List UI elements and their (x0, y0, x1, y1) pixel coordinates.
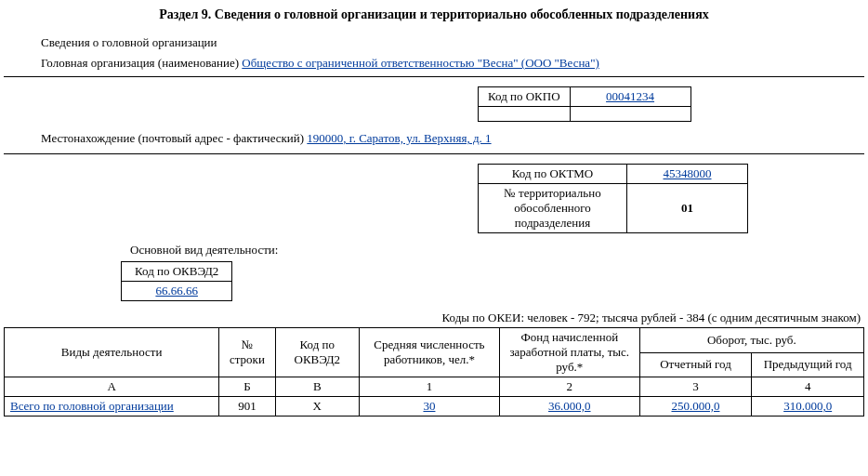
row-okved: Х (275, 397, 359, 416)
org-name-label: Головная организация (наименование) (41, 56, 242, 70)
row-turnover-report[interactable]: 250.000,0 (639, 397, 752, 416)
row-avg-count[interactable]: 30 (360, 397, 500, 416)
subhdr-a: А (5, 377, 219, 397)
okpo-value[interactable]: 00041234 (606, 89, 654, 103)
main-table: Виды деятельности № строки Код по ОКВЭД2… (4, 327, 864, 416)
org-section-label: Сведения о головной организации (41, 35, 864, 50)
col-avg-count: Средняя численность работников, чел.* (360, 328, 500, 377)
okved-value[interactable]: 66.66.66 (155, 284, 198, 298)
col-payroll: Фонд начисленной заработной платы, тыс. … (499, 328, 639, 377)
subhdr-b: Б (219, 377, 275, 397)
col-okved: Код по ОКВЭД2 (275, 328, 359, 377)
org-name-value[interactable]: Общество с ограниченной ответственностью… (242, 56, 598, 70)
divider (4, 153, 864, 154)
subhdr-v: В (275, 377, 359, 397)
oktmo-value[interactable]: 45348000 (664, 166, 712, 180)
okved-label: Код по ОКВЭД2 (122, 262, 232, 282)
activity-main-label: Основной вид деятельности: (130, 243, 864, 258)
okpo-table: Код по ОКПО 00041234 (478, 86, 691, 122)
col-turnover: Оборот, тыс. руб. (639, 328, 863, 353)
divider (4, 76, 864, 77)
address-value[interactable]: 190000, г. Саратов, ул. Верхняя, д. 1 (307, 131, 491, 145)
subhdr-4: 4 (752, 377, 864, 397)
row-activity[interactable]: Всего по головной организации (10, 399, 174, 413)
col-activity: Виды деятельности (5, 328, 219, 377)
subhdr-3: 3 (639, 377, 752, 397)
section-title: Раздел 9. Сведения о головной организаци… (4, 7, 864, 22)
col-row-no: № строки (219, 328, 275, 377)
oktmo-table: Код по ОКТМО 45348000 № территориально о… (478, 164, 748, 233)
row-turnover-prev[interactable]: 310.000,0 (752, 397, 864, 416)
row-no: 901 (219, 397, 275, 416)
row-payroll[interactable]: 36.000,0 (499, 397, 639, 416)
okei-note: Коды по ОКЕИ: человек - 792; тысяча рубл… (4, 311, 861, 325)
subdivision-value: 01 (681, 201, 693, 215)
col-prev-year: Предыдущий год (752, 352, 864, 377)
okpo-label: Код по ОКПО (479, 87, 571, 107)
col-report-year: Отчетный год (639, 352, 752, 377)
subhdr-1: 1 (360, 377, 500, 397)
okpo-empty-right (570, 107, 690, 122)
table-row: Всего по головной организации 901 Х 30 3… (5, 397, 864, 416)
okpo-empty-left (479, 107, 571, 122)
address-label: Местонахождение (почтовый адрес - фактич… (41, 131, 307, 145)
subdivision-label: № территориально обособленного подраздел… (479, 184, 627, 233)
subhdr-2: 2 (499, 377, 639, 397)
oktmo-label: Код по ОКТМО (479, 165, 627, 184)
okved-table: Код по ОКВЭД2 66.66.66 (121, 261, 232, 301)
